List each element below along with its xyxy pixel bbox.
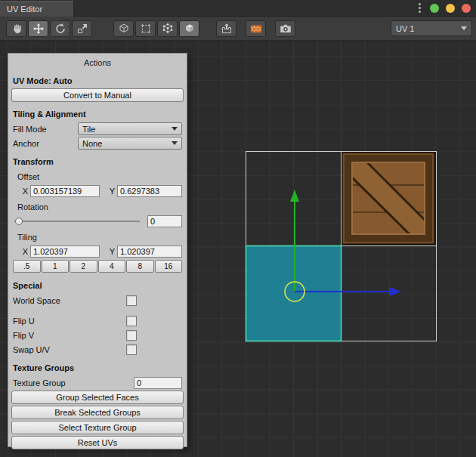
uv-channel-value: UV 1 [396,24,414,33]
chevron-down-icon [172,141,178,145]
rotate-icon [54,23,66,35]
object-mode-button[interactable] [113,20,134,37]
world-space-checkbox[interactable] [126,295,137,306]
tab-uv-editor[interactable]: UV Editor [0,1,74,17]
preset-4-button[interactable]: 4 [98,260,126,273]
anchor-dropdown[interactable]: None [78,137,182,150]
kebab-menu-icon[interactable] [416,3,423,13]
offset-y-field[interactable] [117,185,182,197]
marquee-icon [140,23,152,35]
offset-label: Offset [11,168,184,183]
tiling-label: Tiling [11,229,184,243]
hand-icon [11,23,23,35]
actions-panel: Actions UV Mode: Auto Convert to Manual … [8,53,187,447]
offset-y-label: Y [107,187,117,196]
flip-u-checkbox[interactable] [126,316,137,326]
close-button[interactable] [462,4,471,13]
vertex-mode-button[interactable] [135,20,156,37]
face-mode-button[interactable] [179,20,199,37]
anchor-value: None [82,139,102,148]
chevron-down-icon [461,26,467,30]
scale-icon [76,23,88,35]
anchor-label: Anchor [13,139,78,148]
rotation-field[interactable] [147,215,182,227]
texture-groups-header: Texture Groups [11,357,184,375]
tiling-presets: .5 1 2 4 8 16 [13,260,182,273]
cube-outline-icon [118,23,130,35]
move-tool-button[interactable] [28,20,48,37]
bricks-icon [250,23,262,35]
tiling-y-label: Y [107,247,117,256]
flip-v-checkbox[interactable] [126,330,137,341]
texture-group-label: Texture Group [13,378,66,388]
rotation-label: Rotation [11,199,184,213]
tiling-alignment-header: Tiling & Alignment [11,103,184,121]
chevron-down-icon [172,127,178,131]
swap-uv-checkbox[interactable] [126,344,137,355]
fill-mode-dropdown[interactable]: Tile [78,122,182,135]
uv-mode-label: UV Mode: Auto [13,74,182,87]
flip-u-label: Flip U [13,317,126,326]
window-controls [416,3,471,13]
swap-uv-label: Swap U/V [13,345,126,354]
preset-2-button[interactable]: 2 [70,260,97,273]
reset-uvs-button[interactable]: Reset UVs [11,436,184,449]
convert-to-manual-button[interactable]: Convert to Manual [11,88,184,102]
rotation-slider[interactable] [14,216,140,227]
tiling-x-field[interactable] [30,245,100,258]
texture-group-field[interactable] [134,377,182,389]
fill-mode-value: Tile [82,125,95,134]
titlebar: UV Editor [0,0,476,17]
rotation-slider-thumb[interactable] [15,218,23,225]
export-box-icon [221,23,233,35]
special-header: Special [11,275,184,292]
cube-vertices-icon [162,23,174,35]
save-uv-image-button[interactable] [275,20,295,37]
world-space-label: World Space [13,296,126,305]
select-texture-group-button[interactable]: Select Texture Group [11,421,184,434]
move-icon [32,23,45,35]
scale-tool-button[interactable] [72,20,92,37]
group-selected-faces-button[interactable]: Group Selected Faces [11,391,184,404]
camera-icon [280,23,292,35]
rotate-tool-button[interactable] [50,20,70,37]
tiling-y-field[interactable] [117,245,182,258]
tiling-x-label: X [20,247,30,256]
flip-v-label: Flip V [13,331,126,340]
fill-mode-label: Fill Mode [13,125,78,134]
minimize-button[interactable] [430,4,439,13]
pan-tool-button[interactable] [6,20,26,37]
transform-header: Transform [11,151,184,168]
texture-preview-button[interactable] [246,20,266,37]
maximize-button[interactable] [446,4,455,13]
offset-x-field[interactable] [30,185,100,197]
uv-channel-dropdown[interactable]: UV 1 [391,20,472,36]
rotation-slider-track[interactable] [14,221,140,222]
offset-x-label: X [20,187,30,196]
preset-0.5-button[interactable]: .5 [13,260,41,273]
cube-solid-icon [184,23,196,35]
tab-title: UV Editor [7,5,42,14]
edge-mode-button[interactable] [157,20,178,37]
preset-1-button[interactable]: 1 [42,260,70,273]
panel-title: Actions [11,56,184,73]
break-selected-groups-button[interactable]: Break Selected Groups [11,406,184,419]
preset-8-button[interactable]: 8 [126,260,154,273]
project-uv-button[interactable] [216,20,236,37]
preset-16-button[interactable]: 16 [155,260,183,273]
